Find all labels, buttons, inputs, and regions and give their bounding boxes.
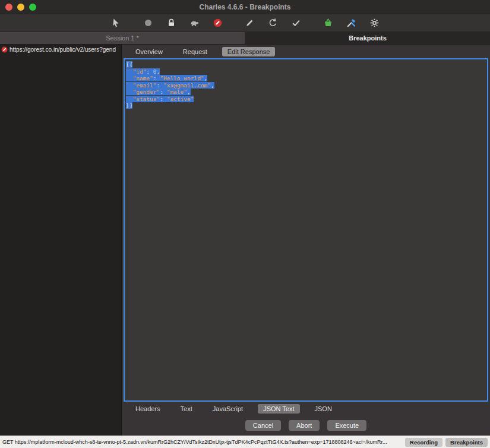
minimize-button[interactable]	[17, 4, 24, 11]
ssl-lock-icon[interactable]	[166, 18, 176, 29]
breakpoints-badge[interactable]: Breakpoints	[445, 438, 488, 447]
toolbar	[0, 14, 490, 32]
tab-json-text[interactable]: JSON Text	[258, 404, 299, 414]
json-editor-content: [{ "id": 0, "name": "Hello world", "emai…	[125, 59, 487, 111]
session-tab-bar: Session 1 * Breakpoints	[0, 32, 490, 45]
charles-window: Charles 4.6.6 - Breakpoints Session 1 * …	[0, 0, 490, 448]
breakpoint-url: https://gorest.co.in/public/v2/users?gen…	[10, 46, 116, 53]
tab-edit-response[interactable]: Edit Response	[222, 47, 276, 56]
json-editor-line: [{	[126, 61, 486, 68]
repeat-icon[interactable]	[267, 18, 278, 29]
cancel-button[interactable]: Cancel	[245, 420, 281, 431]
abort-button[interactable]: Abort	[289, 420, 320, 431]
json-editor-line: "email": "xx@gmail.com",	[126, 82, 486, 89]
pointer-icon[interactable]	[110, 18, 121, 29]
tab-javascript[interactable]: JavaScript	[207, 404, 248, 414]
json-editor-line: "name": "Hello world",	[126, 75, 486, 82]
status-request-url: GET https://mplatform-mcloud-whch-s8-te-…	[2, 439, 402, 445]
close-button[interactable]	[5, 4, 12, 11]
json-editor-line: }]	[126, 102, 486, 109]
settings-icon[interactable]	[346, 18, 356, 29]
breakpoint-icon	[1, 46, 8, 53]
action-bar: Cancel Abort Execute	[122, 415, 490, 436]
json-editor-line: "id": 0,	[126, 68, 486, 75]
json-editor[interactable]: [{ "id": 0, "name": "Hello world", "emai…	[124, 58, 488, 402]
json-editor-line: "status": "active"	[126, 96, 486, 103]
tab-breakpoints[interactable]: Breakpoints	[245, 32, 490, 44]
tab-overview[interactable]: Overview	[130, 47, 168, 56]
traffic-lights	[5, 4, 36, 11]
tab-text[interactable]: Text	[175, 404, 198, 414]
gear-icon[interactable]	[369, 18, 380, 29]
recording-badge[interactable]: Recording	[405, 438, 442, 447]
window-title: Charles 4.6.6 - Breakpoints	[0, 3, 490, 11]
throttle-icon[interactable]	[189, 18, 200, 29]
tools-icon[interactable]	[323, 18, 333, 29]
compose-icon[interactable]	[244, 18, 255, 29]
maximize-button[interactable]	[29, 4, 36, 11]
record-icon[interactable]	[143, 18, 153, 29]
tab-json[interactable]: JSON	[309, 404, 337, 414]
breakpoints-icon[interactable]	[212, 18, 223, 29]
tab-session-1[interactable]: Session 1 *	[0, 32, 245, 44]
tab-request[interactable]: Request	[178, 47, 213, 56]
execute-button[interactable]: Execute	[327, 420, 366, 431]
response-tab-bar: Overview Request Edit Response	[122, 45, 490, 58]
breakpoints-sidebar: https://gorest.co.in/public/v2/users?gen…	[0, 45, 122, 436]
editor-view-tab-bar: Headers Text JavaScript JSON Text JSON	[122, 402, 490, 415]
validate-icon[interactable]	[290, 18, 301, 29]
titlebar: Charles 4.6.6 - Breakpoints	[0, 0, 490, 14]
content-area: https://gorest.co.in/public/v2/users?gen…	[0, 45, 490, 436]
tab-headers[interactable]: Headers	[130, 404, 166, 414]
main-panel: Overview Request Edit Response [{ "id": …	[122, 45, 490, 436]
json-editor-line: "gender": "male",	[126, 89, 486, 96]
breakpoint-entry[interactable]: https://gorest.co.in/public/v2/users?gen…	[0, 45, 121, 55]
status-bar: GET https://mplatform-mcloud-whch-s8-te-…	[0, 436, 490, 448]
